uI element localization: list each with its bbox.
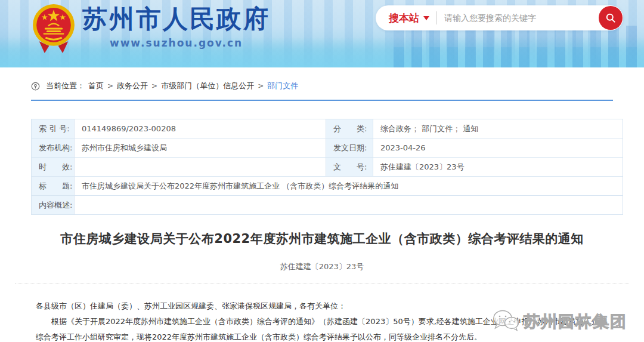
breadcrumb-label: 当前位置： — [46, 81, 85, 91]
site-brand[interactable]: 苏州市人民政府 www.suzhou.gov.cn — [31, 2, 270, 55]
site-header: 苏州市人民政府 www.suzhou.gov.cn 搜本站 — [0, 0, 644, 67]
article-paragraph: 根据《关于开展2022年度苏州市建筑施工企业（含市政类）综合考评的通知》（苏建函… — [36, 314, 608, 342]
meta-label-validity: 时 效: — [32, 158, 75, 177]
meta-value-title: 市住房城乡建设局关于公布2022年度苏州市建筑施工企业 （含市政类）综合考评结果… — [75, 177, 623, 196]
meta-value-doc-no: 苏住建建〔2023〕23号 — [373, 158, 623, 177]
search-scope-dropdown[interactable]: 搜本站 — [389, 11, 429, 25]
meta-label-agency: 发布机构: — [32, 138, 75, 158]
meta-value-category: 综合政务； 部门文件； 通知 — [373, 119, 623, 138]
article-paragraph: 各县级市（区）住建局（委）、苏州工业园区规建委、张家港保税区规建局，各有关单位： — [36, 298, 608, 314]
table-row: 发布机构: 苏州市住房和城乡建设局 发文日期: 2023-04-26 — [32, 138, 623, 158]
meta-label-doc-no: 文 号: — [326, 158, 373, 177]
meta-value-agency: 苏州市住房和城乡建设局 — [75, 138, 326, 158]
table-row: 标 题: 市住房城乡建设局关于公布2022年度苏州市建筑施工企业 （含市政类）综… — [32, 177, 623, 196]
site-search: 搜本站 — [376, 5, 623, 30]
meta-label-title: 标 题: — [32, 177, 75, 196]
breadcrumb-separator: > — [151, 82, 157, 90]
meta-value-index: 014149869/2023-00208 — [75, 119, 326, 138]
meta-value-summary — [75, 196, 623, 215]
table-row: 时 效: 文 号: 苏住建建〔2023〕23号 — [32, 158, 623, 177]
article-body: 各县级市（区）住建局（委）、苏州工业园区规建委、张家港保税区规建局，各有关单位：… — [36, 298, 608, 342]
article-divider — [15, 284, 629, 284]
breadcrumb-item-zwgk[interactable]: 政务公开 — [117, 81, 148, 91]
meta-label-index: 索 引 号: — [32, 119, 75, 138]
search-icon — [605, 12, 617, 24]
breadcrumb-item-dept-info[interactable]: 市级部门（单位）信息公开 — [161, 81, 254, 91]
meta-label-issue-date: 发文日期: — [326, 138, 373, 158]
meta-value-validity — [75, 158, 326, 177]
meta-label-summary: 内容概述: — [32, 196, 75, 215]
article-doc-number: 苏住建建〔2023〕23号 — [0, 261, 644, 272]
meta-label-category: 分 类: — [326, 119, 373, 138]
search-button[interactable] — [599, 6, 623, 30]
document-meta: 索 引 号: 014149869/2023-00208 分 类: 综合政务； 部… — [31, 119, 623, 215]
breadcrumb-divider — [31, 100, 613, 101]
breadcrumb-separator: > — [107, 82, 113, 90]
caret-down-icon — [423, 16, 429, 20]
table-row: 索 引 号: 014149869/2023-00208 分 类: 综合政务； 部… — [32, 119, 623, 138]
meta-value-issue-date: 2023-04-26 — [373, 138, 623, 158]
breadcrumb-separator: > — [258, 82, 264, 90]
breadcrumb-item-current[interactable]: 部门文件 — [267, 81, 298, 91]
breadcrumb-item-home[interactable]: 首页 — [88, 81, 104, 91]
site-title: 苏州市人民政府 — [82, 2, 270, 36]
search-scope-label: 搜本站 — [389, 11, 419, 25]
page-title: 市住房城乡建设局关于公布2022年度苏州市建筑施工企业（含市政类）综合考评结果的… — [36, 230, 608, 247]
site-url: www.suzhou.gov.cn — [82, 37, 270, 49]
search-input[interactable] — [444, 13, 599, 23]
table-row: 内容概述: — [32, 196, 623, 215]
location-pin-icon — [31, 82, 40, 91]
national-emblem-icon — [31, 2, 76, 55]
page: 苏州市人民政府 www.suzhou.gov.cn 搜本站 — [0, 0, 644, 342]
breadcrumb: 当前位置： 首页 > 政务公开 > 市级部门（单位）信息公开 > 部门文件 — [31, 67, 613, 91]
search-divider — [436, 11, 437, 24]
